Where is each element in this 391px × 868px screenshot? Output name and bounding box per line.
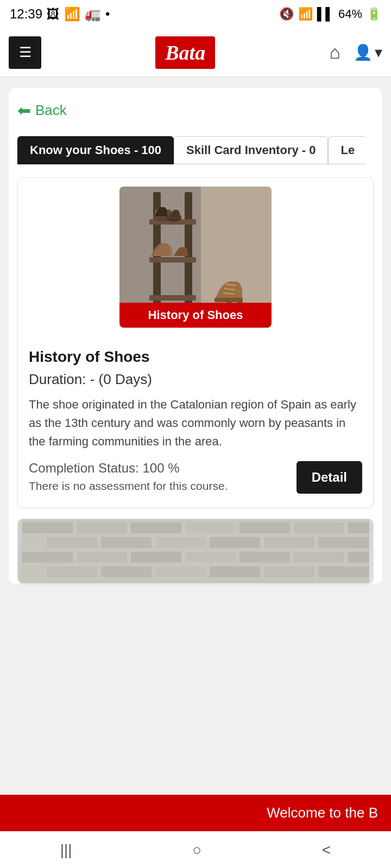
svg-rect-33: [22, 551, 73, 563]
tab-know-your-shoes[interactable]: Know your Shoes - 100: [17, 136, 174, 164]
course-img-label-text: History of Shoes: [148, 308, 243, 322]
course-image-wrap: History of Shoes: [18, 187, 373, 339]
main-content: ⬅ Back Know your Shoes - 100 Skill Card …: [0, 77, 391, 868]
course-image: History of Shoes: [119, 187, 272, 328]
svg-rect-26: [348, 522, 369, 534]
second-course-svg: [18, 519, 373, 584]
completion-value: 100 %: [142, 461, 179, 475]
nav-right-icons: ⌂ 👤 ▾: [329, 42, 382, 63]
completion-text: Completion Status: 100 % There is no ass…: [29, 461, 288, 494]
tab-le[interactable]: Le: [328, 136, 367, 164]
svg-rect-37: [239, 551, 291, 563]
svg-rect-28: [100, 537, 152, 548]
completion-label: Completion Status:: [29, 461, 139, 475]
svg-rect-14: [215, 298, 243, 302]
course-img-label: History of Shoes: [119, 303, 272, 328]
home-icon[interactable]: ⌂: [329, 42, 340, 63]
svg-rect-22: [130, 522, 182, 534]
svg-rect-38: [293, 551, 345, 563]
back-button-icon[interactable]: <: [322, 841, 331, 859]
time: 12:39: [10, 7, 42, 22]
back-label: Back: [35, 102, 67, 119]
welcome-banner: Welcome to the B: [0, 795, 391, 831]
svg-rect-41: [100, 566, 152, 578]
svg-rect-6: [149, 295, 196, 301]
battery-icon: 🔋: [367, 7, 381, 21]
course-description: The shoe originated in the Catalonian re…: [29, 395, 362, 451]
bottom-nav: ||| ○ <: [0, 831, 391, 868]
photo-icon: 🖼: [47, 7, 60, 22]
duration-label: Duration:: [29, 371, 86, 387]
svg-rect-30: [209, 537, 261, 548]
mute-icon: 🔇: [279, 7, 294, 21]
detail-button-label: Detail: [312, 470, 347, 484]
svg-rect-43: [209, 566, 261, 578]
svg-rect-24: [239, 522, 291, 534]
signal-bars-icon: ▌▌: [317, 7, 334, 21]
course-duration: Duration: - (0 Days): [29, 371, 362, 388]
svg-rect-32: [318, 537, 369, 548]
completion-row: Completion Status: 100 % There is no ass…: [29, 461, 362, 494]
course-card-2-partial: [17, 519, 374, 584]
status-bar: 12:39 🖼 📶 🚛 • 🔇 📶 ▌▌ 64% 🔋: [0, 0, 391, 28]
back-arrow-icon: ⬅: [17, 101, 31, 120]
course-card-1: History of Shoes History of Shoes Durati…: [17, 177, 374, 508]
user-menu[interactable]: 👤 ▾: [354, 43, 382, 61]
svg-rect-29: [155, 537, 206, 548]
status-left: 12:39 🖼 📶 🚛 •: [10, 7, 110, 22]
bata-logo[interactable]: Bata: [155, 36, 215, 69]
user-icon: 👤: [354, 43, 373, 61]
duration-value: - (0 Days): [90, 371, 152, 387]
tab-know-label: Know your Shoes - 100: [30, 143, 161, 157]
svg-rect-39: [348, 551, 369, 563]
status-right: 🔇 📶 ▌▌ 64% 🔋: [279, 7, 381, 21]
svg-rect-21: [76, 522, 128, 534]
completion-status: Completion Status: 100 %: [29, 461, 288, 476]
tab-skill-card-inventory[interactable]: Skill Card Inventory - 0: [174, 136, 328, 164]
dropdown-icon: ▾: [375, 43, 382, 61]
navbar: ☰ Bata ⌂ 👤 ▾: [0, 28, 391, 77]
recent-apps-icon[interactable]: |||: [60, 841, 72, 859]
course-info: History of Shoes Duration: - (0 Days) Th…: [18, 339, 373, 494]
signal-icon: 📶: [64, 7, 80, 22]
svg-rect-5: [149, 257, 196, 263]
welcome-text: Welcome to the B: [267, 805, 378, 821]
detail-button[interactable]: Detail: [297, 461, 362, 494]
svg-rect-34: [76, 551, 128, 563]
svg-rect-40: [46, 566, 98, 578]
svg-rect-20: [22, 522, 73, 534]
svg-rect-42: [155, 566, 206, 578]
hamburger-icon: ☰: [19, 44, 31, 61]
back-button[interactable]: ⬅ Back: [17, 101, 374, 120]
hamburger-menu[interactable]: ☰: [9, 36, 41, 69]
svg-rect-45: [318, 566, 369, 578]
card-container: ⬅ Back Know your Shoes - 100 Skill Card …: [9, 88, 382, 584]
svg-rect-27: [46, 537, 98, 548]
tabs-row: Know your Shoes - 100 Skill Card Invento…: [17, 136, 374, 164]
svg-rect-23: [185, 522, 236, 534]
course-title: History of Shoes: [29, 348, 362, 366]
svg-rect-25: [293, 522, 345, 534]
tab-le-label: Le: [340, 143, 355, 157]
svg-rect-44: [263, 566, 315, 578]
home-button-icon[interactable]: ○: [192, 841, 201, 859]
svg-rect-31: [263, 537, 315, 548]
svg-rect-35: [130, 551, 182, 563]
second-course-image: [18, 519, 373, 584]
wifi-icon: 📶: [298, 7, 313, 21]
dot-icon: •: [105, 7, 110, 22]
tab-skill-label: Skill Card Inventory - 0: [186, 143, 316, 157]
completion-note: There is no assessment for this course.: [29, 478, 288, 494]
logo-text: Bata: [165, 41, 205, 64]
truck-icon: 🚛: [85, 7, 101, 22]
battery-percent: 64%: [338, 7, 362, 21]
svg-rect-36: [185, 551, 236, 563]
